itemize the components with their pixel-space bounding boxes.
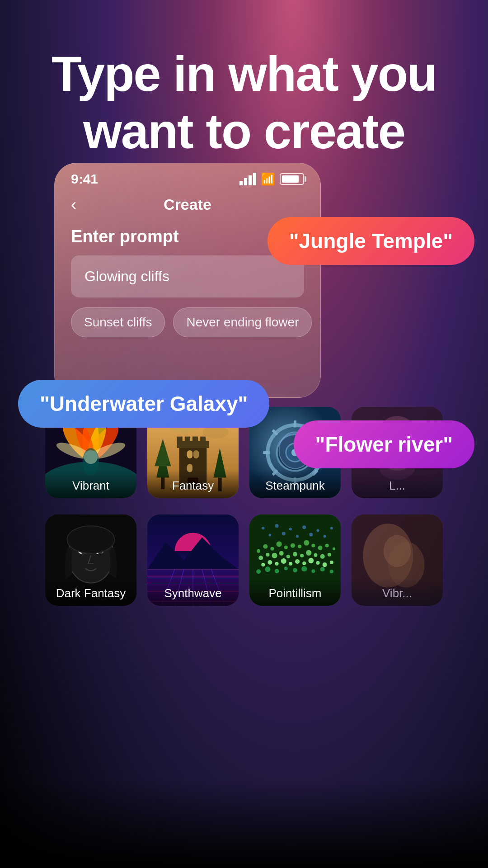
svg-point-77 <box>304 540 309 546</box>
svg-point-108 <box>293 568 297 572</box>
grid-item-synthwave-label: Synthwave <box>147 577 239 606</box>
svg-point-111 <box>320 567 325 571</box>
chip-flower[interactable]: Never ending flower <box>173 307 312 337</box>
svg-point-105 <box>265 566 270 572</box>
svg-point-93 <box>261 563 265 566</box>
grid-item-dark-fantasy[interactable]: Dark Fantasy <box>45 514 136 606</box>
svg-point-119 <box>268 533 271 536</box>
chip-sunset[interactable]: Sunset cliffs <box>71 307 165 337</box>
svg-point-101 <box>316 561 319 565</box>
status-icons: 📶 <box>239 172 304 186</box>
svg-point-76 <box>298 545 301 548</box>
bottom-fade <box>0 778 488 868</box>
svg-point-112 <box>330 570 333 573</box>
nav-bar: ‹ Create <box>55 191 320 218</box>
svg-point-102 <box>323 562 327 567</box>
svg-point-75 <box>291 543 295 548</box>
svg-rect-16 <box>177 437 183 444</box>
svg-point-96 <box>281 558 286 564</box>
svg-point-70 <box>257 549 260 553</box>
svg-point-89 <box>306 550 311 556</box>
grid-row-2: Dark Fantasy <box>45 514 443 606</box>
svg-point-116 <box>302 525 306 529</box>
svg-point-123 <box>324 535 326 538</box>
svg-rect-21 <box>193 450 199 458</box>
svg-point-107 <box>284 566 288 570</box>
svg-point-120 <box>282 532 286 535</box>
bubble-underwater-galaxy: "Underwater Galaxy" <box>18 380 269 428</box>
svg-point-85 <box>279 551 284 556</box>
phone-mockup: 9:41 📶 ‹ Create Enter prompt Glowing cli… <box>54 163 321 398</box>
grid-item-vibrant2-label: Vibr... <box>352 577 443 606</box>
bubble-flower-river: "Flower river" <box>294 420 474 468</box>
battery-fill <box>282 175 299 183</box>
hero-section: Type in what you want to create <box>0 45 488 160</box>
svg-point-54 <box>67 526 114 553</box>
svg-point-74 <box>284 546 288 549</box>
svg-rect-19 <box>200 437 206 444</box>
battery-icon <box>280 173 304 185</box>
svg-point-114 <box>275 524 279 528</box>
svg-rect-20 <box>187 450 192 458</box>
svg-point-113 <box>262 527 264 529</box>
svg-point-122 <box>309 533 313 536</box>
grid-item-vibrant-label: Vibrant <box>45 470 136 498</box>
hero-title: Type in what you want to create <box>36 45 452 160</box>
signal-icon <box>239 173 256 185</box>
svg-point-127 <box>384 535 411 567</box>
svg-point-71 <box>263 544 267 549</box>
grid-item-synthwave[interactable]: Synthwave <box>147 514 239 606</box>
svg-point-86 <box>286 555 290 558</box>
svg-point-82 <box>258 556 263 560</box>
svg-point-83 <box>266 553 269 557</box>
svg-point-104 <box>256 569 261 574</box>
svg-point-95 <box>275 562 279 566</box>
svg-point-98 <box>295 559 300 564</box>
svg-point-106 <box>275 569 279 573</box>
svg-point-118 <box>330 527 333 529</box>
grid-item-dark-fantasy-label: Dark Fantasy <box>45 577 136 606</box>
svg-point-103 <box>330 561 333 564</box>
svg-point-87 <box>293 552 297 557</box>
nav-title: Create <box>164 196 211 213</box>
back-button[interactable]: ‹ <box>71 195 76 214</box>
grid-item-fantasy-label: Fantasy <box>147 470 239 498</box>
svg-point-84 <box>272 553 277 558</box>
grid-item-steampunk-label: Steampunk <box>249 470 341 498</box>
status-time: 9:41 <box>71 171 98 187</box>
chip-fire[interactable]: Fire an... <box>320 307 320 337</box>
svg-point-79 <box>318 546 323 550</box>
svg-point-72 <box>270 547 274 551</box>
prompt-input[interactable]: Glowing cliffs <box>71 255 304 297</box>
svg-point-92 <box>328 553 331 557</box>
svg-point-80 <box>325 544 329 547</box>
wifi-icon: 📶 <box>261 172 275 186</box>
svg-point-100 <box>308 558 314 563</box>
svg-point-81 <box>333 547 335 550</box>
svg-point-110 <box>311 569 315 573</box>
svg-point-90 <box>314 553 317 557</box>
status-bar: 9:41 📶 <box>55 163 320 191</box>
grid-item-pointillism[interactable]: Pointillism <box>249 514 341 606</box>
svg-point-115 <box>289 528 292 530</box>
grid-item-pointillism-label: Pointillism <box>249 577 341 606</box>
bubble-jungle-temple: "Jungle Temple" <box>267 217 474 265</box>
svg-point-94 <box>267 560 272 565</box>
svg-point-117 <box>316 529 319 532</box>
svg-point-97 <box>289 562 292 566</box>
svg-point-88 <box>300 554 304 557</box>
svg-rect-17 <box>185 437 190 444</box>
svg-point-109 <box>301 566 307 571</box>
svg-point-91 <box>320 554 325 559</box>
svg-point-73 <box>277 542 282 547</box>
grid-item-4-label: L... <box>352 470 443 498</box>
grid-item-vibrant2[interactable]: Vibr... <box>352 514 443 606</box>
chips-row: Sunset cliffs Never ending flower Fire a… <box>55 297 320 337</box>
svg-rect-18 <box>192 437 198 444</box>
svg-point-99 <box>302 561 306 565</box>
svg-point-78 <box>311 544 315 547</box>
svg-point-121 <box>296 535 299 538</box>
